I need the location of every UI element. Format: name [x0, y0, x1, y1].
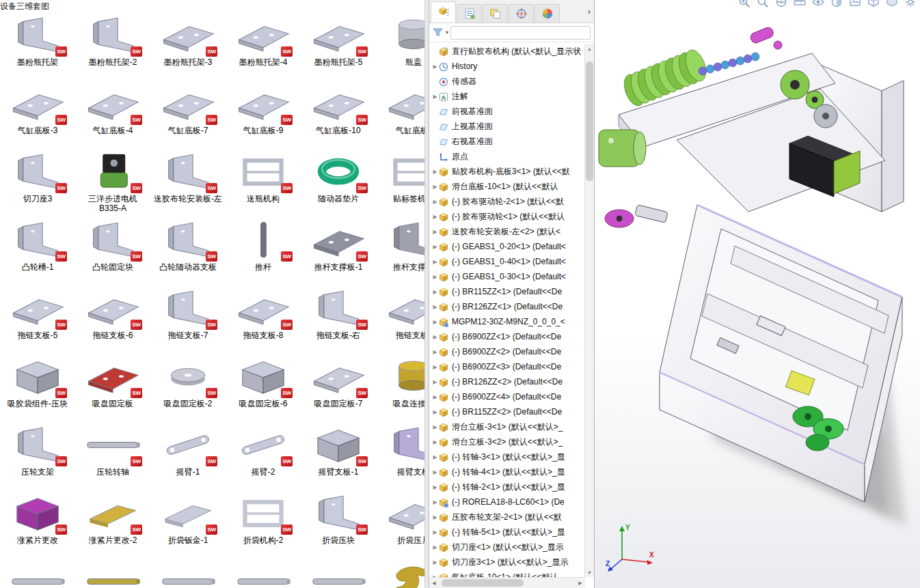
gallery-item[interactable]: SW摇臂支板-1 — [301, 423, 376, 492]
tree-vertical-scrollbar[interactable]: ▲ ▼ — [584, 44, 594, 577]
tree-item[interactable]: ▶滑台立板-3<2> (默认<<默认>_ — [429, 434, 585, 449]
tree-horizontal-scrollbar[interactable]: ◀ ▶ — [429, 577, 585, 588]
view-orientation-icon[interactable] — [867, 0, 880, 9]
hide-show-items-icon[interactable] — [811, 0, 825, 9]
gallery-item[interactable]: SW吸盘固定板 — [75, 355, 150, 423]
tree-item[interactable]: ▶切刀座3<1> (默认<<默认>_显示 — [429, 555, 585, 570]
expand-arrow-icon[interactable]: ▶ — [431, 409, 439, 415]
gallery-item[interactable]: SW摇臂支板 — [376, 423, 424, 492]
expand-arrow-icon[interactable]: ▶ — [431, 349, 439, 355]
gallery-item[interactable]: SW吸盘固定板-7 — [301, 355, 376, 423]
gallery-item[interactable]: SW凸轮固定块 — [75, 219, 150, 287]
tree-item[interactable]: ▶(-) B6900ZZ<4> (Default<<De — [429, 389, 585, 404]
gallery-item[interactable]: SW气缸底板-7 — [150, 82, 226, 150]
viewport-3d[interactable]: Y X Z — [595, 0, 920, 588]
gallery-item[interactable]: SW气缸底板-10 — [301, 82, 376, 150]
tree-item[interactable]: ▶(-) 胶布驱动轮<1> (默认<<默认 — [429, 209, 585, 224]
expand-arrow-icon[interactable]: ▶ — [431, 319, 439, 325]
gallery-item[interactable]: SW折袋机构-2 — [226, 492, 301, 560]
gallery-item[interactable]: SW摇臂-2 — [226, 423, 301, 492]
gallery-item[interactable]: SW贴标签机构 — [376, 150, 424, 219]
dimxpert-tab[interactable] — [509, 4, 534, 23]
tree-item[interactable]: ▶(-) 胶布驱动轮-2<1> (默认<<默 — [429, 194, 585, 209]
vertical-scroll-track[interactable] — [585, 53, 594, 568]
gallery-item[interactable]: SW墨粉瓶托架-3 — [150, 14, 226, 82]
tree-item[interactable]: ▶切刀座<1> (默认<<默认>_显示 — [429, 540, 585, 555]
tree-item[interactable]: ▶(-) BR126ZZ<1> (Default<<De — [429, 299, 585, 314]
expand-arrow-icon[interactable]: ▶ — [431, 229, 439, 235]
tree-item[interactable]: 上视基准面 — [429, 119, 585, 134]
filter-funnel-icon[interactable] — [433, 27, 444, 38]
gallery-item[interactable]: SW折袋钣金-1 — [150, 492, 226, 560]
tree-item[interactable]: ▶A注解 — [429, 89, 585, 104]
tree-item[interactable]: 直行贴胶布机构 (默认<默认_显示状 — [429, 44, 585, 59]
gallery-item[interactable]: SW推杆支撑板 — [376, 219, 424, 287]
gallery-item[interactable]: SW摇臂-1 — [150, 423, 226, 492]
expand-arrow-icon[interactable]: ▶ — [431, 184, 439, 190]
gallery-item[interactable]: SW送瓶机构 — [226, 150, 301, 219]
gallery-item[interactable]: SW推杆支撑板-1 — [301, 219, 376, 287]
tree-item[interactable]: ▶(-) GEABS1_0-40<1> (Default< — [429, 254, 585, 269]
expand-arrow-icon[interactable]: ▶ — [431, 289, 439, 295]
featuremanager-tab[interactable] — [431, 1, 456, 23]
expand-arrow-icon[interactable]: ▶ — [431, 199, 439, 205]
gallery-item[interactable]: SW折袋压片 — [376, 492, 424, 560]
filter-input[interactable] — [450, 26, 591, 40]
expand-arrow-icon[interactable]: ▶ — [431, 244, 439, 250]
expand-arrow-icon[interactable]: ▶ — [431, 364, 439, 370]
expand-arrow-icon[interactable]: ▶ — [431, 424, 439, 430]
gallery-item[interactable]: SW — [376, 560, 424, 588]
options-icon[interactable] — [904, 0, 917, 9]
gallery-item[interactable]: SW三洋步进电机 B335-A — [75, 150, 150, 219]
gallery-item[interactable]: SW压轮转轴 — [75, 423, 150, 492]
gallery-item[interactable]: SW — [75, 560, 150, 588]
gallery-item[interactable]: SW凸轮随动器支板 — [150, 219, 226, 287]
tree-item[interactable]: ▶(-) 转轴-4<1> (默认<<默认>_显 — [429, 464, 585, 479]
gallery-item[interactable]: SW折袋压块 — [301, 492, 376, 560]
expand-arrow-icon[interactable]: ▶ — [431, 214, 439, 220]
tree-item[interactable]: ▶(-) 转轴-2<1> (默认<<默认>_显 — [429, 479, 585, 494]
gallery-item[interactable]: SW压轮支架 — [0, 423, 75, 492]
tree-item[interactable]: ▶贴胶布机构-底板3<1> (默认<<默 — [429, 164, 585, 179]
gallery-item[interactable]: SW拖链支板- — [376, 287, 424, 355]
tree-item[interactable]: 前视基准面 — [429, 104, 585, 119]
expand-arrow-icon[interactable]: ▶ — [431, 469, 439, 475]
expand-arrow-icon[interactable]: ▶ — [431, 169, 439, 175]
expand-arrow-icon[interactable]: ▶ — [431, 94, 439, 100]
expand-arrow-icon[interactable]: ▶ — [431, 394, 439, 400]
gallery-item[interactable]: SW墨粉瓶托架-4 — [226, 14, 301, 82]
tree-item[interactable]: ▶(-) BR126ZZ<2> (Default<<De — [429, 374, 585, 389]
tree-item[interactable]: ▶(-) GEABS1_0-20<1> (Default< — [429, 239, 585, 254]
expand-arrow-icon[interactable]: ▶ — [431, 529, 439, 535]
tree-item[interactable]: ▶气缸底板-10<1> (默认<<默认 — [429, 570, 585, 577]
gallery-item[interactable]: SW拖链支板-5 — [0, 287, 75, 355]
displaymanager-tab[interactable] — [535, 4, 560, 23]
filter-caret-icon[interactable]: ▾ — [446, 29, 448, 36]
gallery-item[interactable]: SW气缸底板-4 — [75, 82, 150, 150]
horizontal-scroll-thumb[interactable] — [442, 579, 524, 587]
gallery-item[interactable]: SW气缸底板- — [376, 82, 424, 150]
gallery-item[interactable]: SW推杆 — [226, 219, 301, 287]
expand-arrow-icon[interactable]: ▶ — [431, 559, 439, 565]
tree-item[interactable]: ▶(-) B6900ZZ<1> (Default<<De — [429, 329, 585, 344]
tree-item[interactable]: ▶压胶布轮支架-2<1> (默认<<默 — [429, 509, 585, 524]
gallery-item[interactable]: SW吸盘连接板 — [376, 355, 424, 423]
expand-arrow-icon[interactable]: ▶ — [431, 499, 439, 505]
expand-arrow-icon[interactable]: ▶ — [431, 454, 439, 460]
tree-item[interactable]: ▶滑台立板-3<1> (默认<<默认>_ — [429, 419, 585, 434]
gallery-item[interactable]: SW — [150, 560, 226, 588]
horizontal-scroll-track[interactable] — [439, 578, 576, 588]
tree-item[interactable]: ▶(-) 转轴-3<1> (默认<<默认>_显 — [429, 449, 585, 464]
vertical-scroll-thumb[interactable] — [586, 61, 593, 181]
tree-item[interactable]: ▶MGPM12-30Z-M9NZ_0_0_0_< — [429, 314, 585, 329]
gallery-item[interactable]: SW — [0, 560, 75, 588]
expand-arrow-icon[interactable]: ▶ — [431, 544, 439, 550]
gallery-item[interactable]: SW气缸底板-9 — [226, 82, 301, 150]
tree-item[interactable]: ▶History — [429, 59, 585, 74]
gallery-item[interactable]: SW拖链支板-7 — [150, 287, 226, 355]
expand-arrow-icon[interactable]: ▶ — [431, 259, 439, 265]
tree-item[interactable]: 原点 — [429, 149, 585, 164]
expand-arrow-icon[interactable]: ▶ — [431, 514, 439, 520]
gallery-item[interactable]: SW涨紧片更改-2 — [75, 492, 150, 560]
gallery-item[interactable]: SW — [226, 560, 301, 588]
